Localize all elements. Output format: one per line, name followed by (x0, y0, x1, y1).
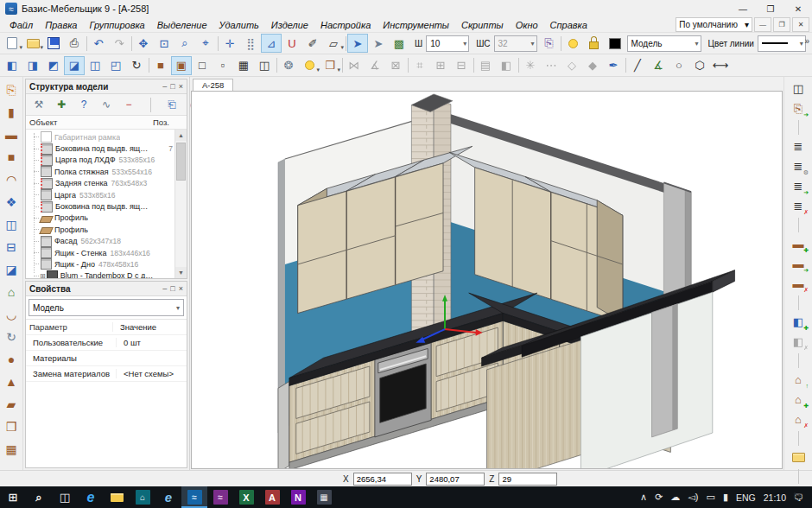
tray-volume-icon[interactable]: ◅) (688, 492, 698, 503)
toolbar-overflow-chevron[interactable]: » (804, 36, 809, 46)
tree-item[interactable]: Профиль (29, 224, 174, 235)
edge-browser-icon[interactable]: e (78, 486, 104, 508)
magnet-snap-button[interactable]: U (282, 34, 302, 53)
panel-vertical-tool[interactable]: ▮ (1, 101, 22, 124)
cabinet-assembly-tool[interactable]: ⌂ (1, 281, 22, 303)
cabinet-delete-button[interactable]: ⌂✗ (787, 410, 809, 429)
divider-vertical-tool[interactable]: ◫ (1, 213, 22, 236)
cabinet-export-button[interactable]: ⌂↑ (787, 370, 809, 390)
close-button[interactable]: ✕ (784, 0, 812, 17)
layer-combo[interactable]: Модель▾ (627, 35, 701, 52)
snap-line-button[interactable]: ⋯ (541, 56, 561, 75)
cut-tool-button[interactable]: ✂ (787, 486, 809, 505)
circle-tool-button[interactable]: ○ (669, 56, 689, 75)
print-button[interactable]: ⎙ (64, 34, 85, 53)
select-snap-button[interactable]: ➤ (368, 34, 389, 53)
protractor-tool-button[interactable]: ∡ (648, 56, 669, 75)
separator[interactable] (788, 429, 809, 448)
color-swatch-button[interactable] (605, 34, 625, 53)
copy-to-model-button[interactable]: ⎘➔ (787, 98, 809, 118)
x-coordinate-input[interactable] (353, 473, 412, 486)
layout-dropdown[interactable]: По умолчанию ▾ (676, 17, 752, 32)
facade-grid-tool[interactable]: ▦ (1, 438, 22, 460)
open-folder-button[interactable] (22, 34, 43, 53)
dimension-tool-button[interactable]: ⟷ (710, 56, 731, 75)
width-combo[interactable]: 10▾ (426, 35, 469, 52)
bazis-salon-icon[interactable]: ≈ (207, 486, 233, 508)
panel-delete-button[interactable]: ◧✗ (787, 332, 809, 352)
ws-combo[interactable]: 32▾ (494, 35, 537, 52)
internet-explorer-icon[interactable]: e (155, 486, 181, 508)
mirror-copy-button[interactable]: ⊠ (385, 56, 406, 75)
board-add-button[interactable]: ▬✚ (787, 234, 809, 254)
snap-node-button[interactable]: ✳ (520, 56, 541, 75)
zoom-object-button[interactable]: ⌖ (195, 34, 216, 53)
access-icon[interactable]: A (259, 486, 285, 508)
property-row[interactable]: Замена материалов <Нет схемы> (26, 366, 187, 382)
mirror-angle-button[interactable]: ∡ (365, 56, 385, 75)
element-help-button[interactable]: ? (73, 95, 95, 115)
panel-dialog-button[interactable]: ◫ (787, 79, 809, 98)
cabinet-add-button[interactable]: ⌂✚ (787, 390, 809, 410)
shelf-curved-tool[interactable]: ◡ (1, 303, 22, 326)
zoom-window-button[interactable]: ⊡ (154, 34, 174, 53)
tray-sync-icon[interactable]: ⟳ (655, 492, 663, 503)
search-button[interactable]: ⌕ (26, 486, 52, 508)
separator[interactable] (788, 352, 809, 370)
board-apply-button[interactable]: ▬➔ (787, 254, 809, 274)
minimize-button[interactable]: — (729, 0, 757, 17)
panel-curved-tool[interactable]: ◠ (1, 168, 22, 191)
panel-add-button[interactable]: ◧✚ (787, 312, 809, 332)
tree-scrollbar[interactable]: ▲ ▼ (174, 130, 187, 278)
panel-maximize-button[interactable]: □ (170, 284, 174, 293)
scroll-up-icon[interactable]: ▲ (175, 130, 187, 141)
snap-cube-a-button[interactable]: ◇ (561, 56, 582, 75)
z-coordinate-input[interactable] (498, 473, 557, 486)
shade-hidden-button[interactable]: ▫ (213, 56, 233, 75)
tree-item[interactable]: Ящик - Дно 478x458x16 (29, 258, 174, 270)
file-explorer-icon[interactable] (104, 486, 130, 508)
tray-display-icon[interactable]: ▭ (706, 492, 714, 503)
new-document-button[interactable] (2, 34, 22, 53)
box-tool[interactable]: ❒ (1, 416, 22, 438)
snap-cube-b-button[interactable]: ◆ (582, 56, 603, 75)
menu-item[interactable]: Изделие (265, 19, 314, 31)
materials-button[interactable]: ❒ (320, 56, 340, 75)
tree-item[interactable]: Габаритная рамка (29, 131, 174, 143)
dim-chain-apply-button[interactable]: ≣➔ (787, 176, 809, 196)
select-objects-button[interactable]: ➤ (347, 34, 368, 53)
property-row[interactable]: Пользовательские 0 шт (26, 335, 187, 351)
model-settings-button[interactable]: ⚒ (28, 95, 50, 115)
separator[interactable] (788, 467, 809, 486)
view-iso-2-button[interactable]: ◨ (22, 56, 43, 75)
panel-view-button[interactable]: ◫ (254, 56, 275, 75)
tree-item[interactable]: Царга 533x85x16 (29, 189, 174, 200)
view-iso-4-button[interactable]: ◪ (64, 56, 85, 75)
mdi-restore-button[interactable]: ❐ (773, 17, 790, 32)
dim-chain-delete-button[interactable]: ≣✗ (787, 196, 809, 216)
lock-layer-button[interactable] (584, 34, 605, 53)
light-settings-button[interactable] (299, 56, 320, 75)
shade-wireframe-button[interactable]: □ (192, 56, 213, 75)
panel-copy-tool[interactable]: ⎘ (1, 79, 22, 101)
separator[interactable] (788, 216, 809, 234)
measure-button[interactable]: ✐ (302, 34, 323, 53)
panel-op-b-button[interactable]: ◧ (496, 56, 517, 75)
document-tab[interactable]: A-258 (193, 79, 233, 91)
preview-button[interactable]: ⎗ (161, 95, 183, 115)
sphere-tool[interactable]: ● (1, 348, 22, 371)
calculator-icon[interactable]: ▦ (311, 486, 337, 508)
tree-item[interactable]: Боковина под выдв. ящики... (29, 200, 174, 212)
dims-auto-button[interactable]: ⌗ (409, 56, 430, 75)
menu-item[interactable]: Выделение (151, 19, 213, 31)
shade-solid-button[interactable]: ■ (150, 56, 171, 75)
tray-battery-icon[interactable]: ▮ (723, 492, 728, 503)
tree-item[interactable]: Задняя стенка 763x548x3 (29, 178, 174, 189)
line-style-combo[interactable]: ▾ (758, 35, 806, 52)
panel-minimize-button[interactable]: – (162, 82, 167, 91)
panel-op-a-button[interactable]: ▤ (475, 56, 496, 75)
move-trajectory-button[interactable]: ✛ (219, 34, 240, 53)
menu-item[interactable]: Правка (39, 19, 83, 31)
board-tool[interactable]: ▰ (1, 393, 22, 416)
menu-item[interactable]: Справка (544, 19, 593, 31)
